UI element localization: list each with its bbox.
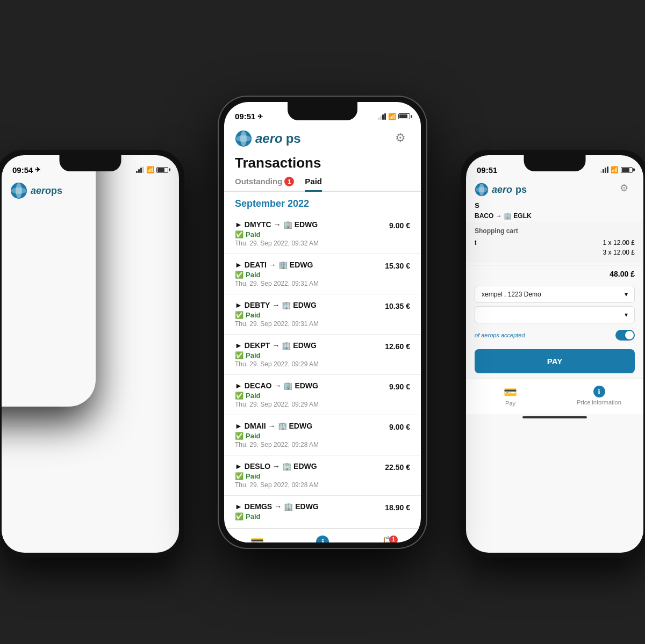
transaction-5[interactable]: ► DECAO → 🏢 EDWG ✅ Paid Thu, 29. Sep 202… bbox=[224, 375, 421, 415]
right-logo: aerops bbox=[475, 183, 527, 197]
transaction-1-route: ► DMYTC → 🏢 EDWG bbox=[235, 220, 389, 229]
transaction-2-left: ► DEATI → 🏢 EDWG ✅ Paid Thu, 29. Sep 202… bbox=[235, 261, 385, 287]
t8-status-label: Paid bbox=[246, 512, 260, 520]
transaction-6-date: Thu, 29. Sep 2022, 09:28 AM bbox=[235, 441, 389, 448]
right-pay-icon: 💳 bbox=[504, 386, 517, 399]
t2-status-label: Paid bbox=[246, 271, 260, 279]
right-cart-item-2: 3 x 12.00 £ bbox=[475, 248, 635, 257]
right-nav-price-info[interactable]: ℹ Price information bbox=[555, 383, 643, 409]
t7-check-icon: ✅ bbox=[235, 472, 243, 480]
t6-to: EDWG bbox=[289, 422, 313, 430]
t2-arrow-icon: ► bbox=[235, 261, 242, 269]
right-item-1-price: 1 x 12.00 £ bbox=[603, 239, 635, 247]
transaction-1-left: ► DMYTC → 🏢 EDWG ✅ Paid Thu, 29. Sep 202… bbox=[235, 220, 389, 247]
t6-arrow-icon: ► bbox=[235, 422, 242, 430]
center-notch bbox=[288, 102, 357, 120]
t5-status-label: Paid bbox=[246, 392, 260, 400]
transaction-4-date: Thu, 29. Sep 2022, 09:29 AM bbox=[235, 360, 385, 368]
t3-status-label: Paid bbox=[246, 311, 260, 319]
right-time: 09:51 bbox=[477, 165, 497, 175]
right-dropdown-1-chevron-icon: ▾ bbox=[625, 291, 628, 298]
transaction-7[interactable]: ► DESLO → 🏢 EDWG ✅ Paid Thu, 29. Sep 202… bbox=[224, 455, 421, 496]
transaction-2-amount: 15.30 € bbox=[385, 261, 410, 270]
t6-airport-icon: 🏢 bbox=[278, 422, 287, 430]
t8-airport-icon: 🏢 bbox=[284, 502, 293, 511]
transaction-4-amount: 12.60 € bbox=[385, 341, 410, 351]
t2-from: DEATI bbox=[245, 261, 267, 269]
left-wifi-icon: 📶 bbox=[146, 166, 154, 173]
right-home-indicator bbox=[522, 416, 587, 418]
left-time: 09:54 bbox=[12, 165, 33, 175]
right-app-header: aerops ⚙ bbox=[466, 179, 643, 200]
t7-arrow-icon: ► bbox=[235, 462, 242, 471]
transaction-2[interactable]: ► DEATI → 🏢 EDWG ✅ Paid Thu, 29. Sep 202… bbox=[224, 254, 421, 294]
t6-from: DMAII bbox=[245, 422, 266, 430]
right-toggle-knob bbox=[625, 331, 634, 339]
right-gear-icon[interactable]: ⚙ bbox=[620, 182, 635, 197]
center-logo-ps: ps bbox=[286, 131, 301, 146]
transaction-8-left: ► DEMGS → 🏢 EDWG ✅ Paid bbox=[235, 502, 385, 522]
transaction-7-amount: 22.50 € bbox=[385, 462, 410, 472]
right-logo-ps: ps bbox=[515, 184, 527, 196]
right-cart-total: 48.00 £ bbox=[466, 265, 643, 283]
transaction-3-amount: 10.35 € bbox=[385, 301, 410, 310]
right-nav-pay[interactable]: 💳 Pay bbox=[466, 383, 555, 409]
left-battery-icon bbox=[156, 167, 168, 173]
center-nav-transactions[interactable]: 📋 1 Transactions bbox=[355, 533, 421, 542]
t7-airport-icon: 🏢 bbox=[282, 462, 291, 471]
tab-outstanding[interactable]: Outstanding 1 bbox=[235, 177, 294, 191]
t8-check-icon: ✅ bbox=[235, 512, 243, 520]
transaction-8[interactable]: ► DEMGS → 🏢 EDWG ✅ Paid 18.90 € bbox=[224, 496, 421, 529]
transaction-5-route: ► DECAO → 🏢 EDWG bbox=[235, 381, 389, 390]
right-terms-text: of aerops accepted bbox=[475, 332, 525, 338]
right-battery-icon bbox=[621, 167, 633, 173]
right-subtitle: s bbox=[466, 200, 643, 212]
t5-check-icon: ✅ bbox=[235, 392, 243, 400]
center-nav-pay[interactable]: 💳 Pay bbox=[224, 533, 290, 542]
transaction-4[interactable]: ► DEKPT → 🏢 EDWG ✅ Paid Thu, 29. Sep 202… bbox=[224, 335, 421, 375]
right-toggle[interactable] bbox=[615, 330, 635, 341]
t2-arrow2-icon: → bbox=[269, 261, 276, 269]
transaction-3-status: ✅ Paid bbox=[235, 311, 385, 319]
right-item-1-label: t bbox=[475, 239, 476, 247]
transaction-3[interactable]: ► DEBTY → 🏢 EDWG ✅ Paid Thu, 29. Sep 202… bbox=[224, 294, 421, 335]
right-pay-button[interactable]: PAY bbox=[475, 349, 635, 373]
transaction-3-date: Thu, 29. Sep 2022, 09:31 AM bbox=[235, 320, 385, 328]
t8-arrow2-icon: → bbox=[274, 502, 282, 511]
phone-left: 09:54 ✈ 📶 bbox=[0, 150, 184, 558]
t2-to: EDWG bbox=[290, 261, 313, 269]
tab-paid-label: Paid bbox=[305, 177, 322, 186]
center-gear-icon[interactable]: ⚙ bbox=[395, 131, 410, 146]
t4-airport-icon: 🏢 bbox=[282, 341, 291, 350]
transaction-6[interactable]: ► DMAII → 🏢 EDWG ✅ Paid Thu, 29. Sep 202… bbox=[224, 415, 421, 455]
transaction-7-date: Thu, 29. Sep 2022, 09:28 AM bbox=[235, 481, 385, 489]
center-location-icon: ✈ bbox=[257, 113, 263, 120]
tab-paid[interactable]: Paid bbox=[305, 177, 322, 192]
transaction-6-status: ✅ Paid bbox=[235, 432, 389, 440]
right-shopping-cart-label: Shopping cart bbox=[475, 227, 635, 235]
right-terms-row: of aerops accepted bbox=[466, 327, 643, 344]
transaction-1[interactable]: ► DMYTC → 🏢 EDWG ✅ Paid Thu, 29. Sep 202… bbox=[224, 214, 421, 254]
right-dropdown-2[interactable]: ▾ bbox=[475, 306, 635, 323]
t5-from: DECAO bbox=[245, 381, 272, 390]
center-status-icons: 📶 bbox=[378, 113, 410, 120]
t7-arrow2-icon: → bbox=[273, 462, 280, 471]
left-status-icons: 📶 bbox=[136, 166, 168, 173]
transaction-2-route: ► DEATI → 🏢 EDWG bbox=[235, 261, 385, 269]
center-pay-icon: 💳 bbox=[250, 536, 264, 542]
t3-airport-icon: 🏢 bbox=[282, 301, 291, 309]
center-nav-price-info[interactable]: ℹ Price information bbox=[290, 533, 355, 542]
t5-airport-icon: 🏢 bbox=[283, 381, 292, 390]
right-route-text: BACO → 🏢 EGLK bbox=[475, 212, 532, 220]
tab-outstanding-label: Outstanding bbox=[235, 177, 282, 186]
right-dropdown-1[interactable]: xempel , 1223 Demo ▾ bbox=[475, 286, 635, 303]
right-status-icons: 📶 bbox=[600, 166, 633, 173]
center-page-title: Transactions bbox=[224, 153, 421, 177]
t7-to: EDWG bbox=[293, 462, 317, 471]
transaction-5-date: Thu, 29. Sep 2022, 09:29 AM bbox=[235, 401, 389, 408]
right-dropdown-1-value: xempel , 1223 Demo bbox=[482, 291, 541, 298]
t3-to: EDWG bbox=[293, 301, 317, 309]
left-screen: 09:54 ✈ 📶 bbox=[2, 155, 179, 553]
t3-from: DEBTY bbox=[245, 301, 270, 309]
t4-status-label: Paid bbox=[246, 351, 260, 359]
